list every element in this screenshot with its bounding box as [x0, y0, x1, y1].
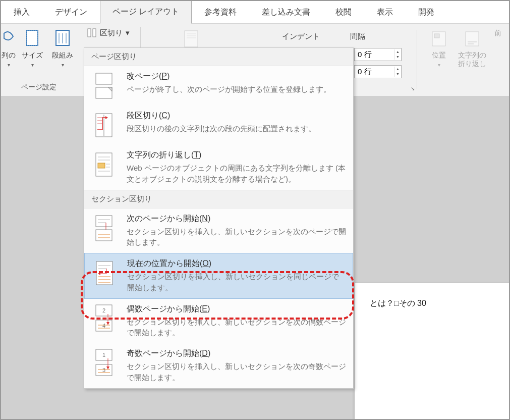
spin-down-icon[interactable]: ▼ [394, 55, 401, 60]
svg-rect-8 [185, 31, 198, 47]
spacing-before-input[interactable]: ▲▼ [354, 48, 402, 61]
text-wrapping-icon [91, 150, 117, 179]
svg-rect-0 [27, 30, 38, 45]
menu-item-even-page[interactable]: 24 偶数ページから開始(E) セクション区切りを挿入し、新しいセクションを次の… [84, 299, 353, 344]
next-page-icon [91, 214, 117, 243]
tab-review[interactable]: 校閲 [323, 1, 364, 24]
indent-header: インデント [282, 32, 320, 41]
menu-item-continuous[interactable]: 現在の位置から開始(O) セクション区切りを挿入し、新しいセクションを同じページ… [84, 253, 353, 299]
svg-rect-13 [434, 34, 439, 38]
menu-section-section-breaks: セクション区切り [84, 190, 353, 208]
menu-item-text-wrapping[interactable]: 文字列の折り返し(T) Web ページのオブジェクトの周囲にある文字列を分離しま… [84, 145, 353, 190]
column-break-icon [91, 111, 117, 140]
paragraph-dialog-launcher-icon[interactable]: ↘ [409, 84, 417, 92]
chevron-down-icon: ▾ [8, 62, 10, 68]
columns-button[interactable]: 段組み ▾ [48, 28, 77, 68]
odd-page-icon: 13 [91, 348, 117, 378]
size-button[interactable]: サイズ ▾ [18, 28, 46, 68]
position-label: 位置 [432, 51, 446, 60]
menu-section-page-breaks: ページ区切り [84, 48, 353, 66]
tab-view[interactable]: 表示 [364, 1, 406, 24]
menu-item-column-break[interactable]: 段区切り(C) 段区切りの後の文字列は次の段の先頭に配置されます。 [84, 106, 353, 145]
chevron-down-icon: ▾ [438, 62, 440, 68]
document-page[interactable]: とは？□その 30 [354, 283, 510, 420]
spacing-before-field[interactable] [355, 49, 394, 60]
size-label: サイズ [22, 51, 43, 60]
continuous-icon [92, 258, 117, 288]
menu-item-page-break[interactable]: 改ページ(P) ページが終了し、次のページが開始する位置を登録します。 [84, 66, 353, 106]
orientation-label: 列の [2, 51, 16, 60]
svg-text:2: 2 [102, 307, 105, 313]
page-break-icon [91, 71, 117, 100]
svg-rect-35 [96, 230, 112, 241]
breaks-icon [87, 28, 97, 38]
svg-rect-7 [93, 29, 96, 37]
svg-rect-31 [96, 216, 112, 227]
tab-references[interactable]: 参考資料 [192, 1, 249, 24]
chevron-down-icon: ▾ [126, 28, 130, 37]
tab-developer[interactable]: 開発 [406, 1, 447, 24]
breaks-button[interactable]: 区切り ▾ [84, 27, 133, 39]
chevron-down-icon: ▾ [62, 62, 64, 68]
spacing-header: 間隔 [350, 32, 365, 41]
menu-item-next-page[interactable]: 次のページから開始(N) セクション区切りを挿入し、新しいセクションを次のページ… [84, 208, 353, 253]
chevron-down-icon: ▾ [31, 62, 34, 68]
spin-up-icon[interactable]: ▲ [394, 49, 401, 55]
spin-down-icon[interactable]: ▼ [394, 72, 401, 77]
bring-forward-button[interactable]: 前 [491, 28, 504, 68]
breaks-label: 区切り [100, 28, 123, 38]
spin-up-icon[interactable]: ▲ [394, 67, 401, 72]
tab-insert[interactable]: 挿入 [1, 1, 42, 24]
margins-button[interactable]: 列の ▾ [1, 28, 16, 68]
svg-rect-6 [88, 29, 91, 37]
columns-label: 段組み [52, 51, 73, 60]
ribbon-tabs: 挿入 デザイン ページ レイアウト 参考資料 差し込み文書 校閲 表示 開発 [1, 1, 509, 24]
tab-page-layout[interactable]: ページ レイアウト [100, 0, 192, 24]
page-setup-group-title: ページ設定 [21, 79, 56, 93]
forward-label: 前 [494, 29, 501, 38]
breaks-menu: ページ区切り 改ページ(P) ページが終了し、次のページが開始する位置を登録しま… [84, 47, 354, 389]
wrap-text-button[interactable]: 文字列の折り返し [455, 28, 489, 68]
svg-text:1: 1 [102, 352, 105, 358]
spacing-after-field[interactable] [355, 67, 394, 77]
svg-rect-27 [98, 163, 105, 168]
spacing-after-input[interactable]: ▲▼ [354, 65, 402, 78]
menu-item-odd-page[interactable]: 13 奇数ページから開始(D) セクション区切りを挿入し、新しいセクションを次の… [84, 343, 353, 388]
tab-mailings[interactable]: 差し込み文書 [249, 1, 323, 24]
svg-text:4: 4 [102, 323, 105, 329]
even-page-icon: 24 [91, 304, 117, 333]
position-button[interactable]: 位置 ▾ [425, 28, 453, 68]
wrap-label: 文字列の折り返し [455, 51, 489, 68]
tab-design[interactable]: デザイン [42, 1, 100, 24]
svg-text:3: 3 [102, 367, 105, 373]
svg-rect-15 [96, 73, 112, 84]
watermark-button[interactable] [179, 28, 203, 49]
document-text: とは？□その 30 [370, 299, 426, 307]
